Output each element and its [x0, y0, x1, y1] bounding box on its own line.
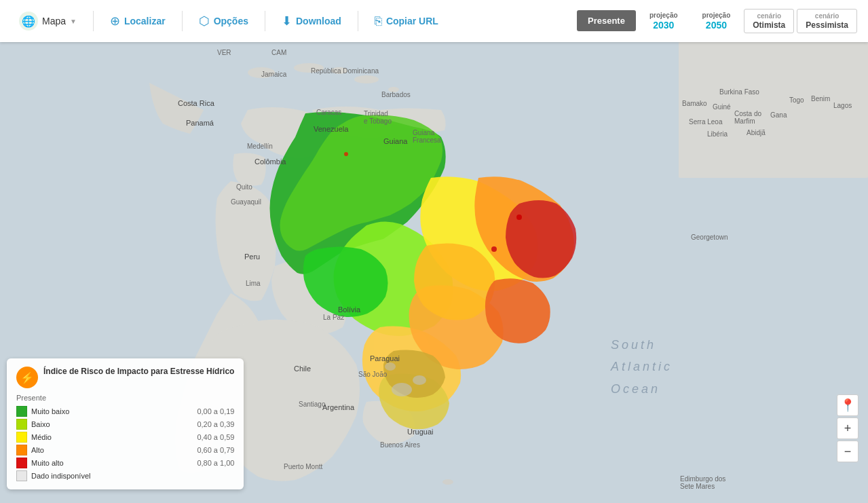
zoom-in-button[interactable]: + [837, 417, 858, 439]
zoom-out-button[interactable]: − [837, 441, 858, 462]
download-label: Download [296, 16, 341, 26]
legend-item-muito-baixo: Muito baixo 0,00 a 0,19 [16, 406, 234, 417]
legend-range-medio: 0,40 a 0,59 [197, 433, 234, 441]
legend-label-alto: Alto [31, 446, 193, 454]
legend-label-medio: Médio [31, 433, 193, 441]
svg-rect-1 [679, 42, 868, 178]
svg-point-3 [331, 67, 347, 74]
legend-color-medio [16, 432, 27, 443]
copiar-url-button[interactable]: ⎘ Copiar URL [366, 9, 447, 34]
svg-point-7 [392, 383, 412, 396]
legend-range-baixo: 0,20 a 0,39 [197, 420, 234, 428]
legend-color-no-data [16, 470, 27, 481]
legend-label-muito-baixo: Muito baixo [31, 407, 193, 415]
svg-point-13 [442, 479, 453, 485]
globe-icon: 🌐 [19, 12, 38, 31]
copiar-icon: ⎘ [375, 14, 382, 29]
cenario-label-2: cenário [815, 12, 839, 20]
legend-range-muito-baixo: 0,00 a 0,19 [197, 407, 234, 415]
legend-color-baixo [16, 419, 27, 430]
mapa-button[interactable]: 🌐 Mapa ▼ [11, 6, 85, 36]
proj-2050-button[interactable]: projeção 2050 [692, 6, 742, 37]
legend-item-muito-alto: Muito alto 0,80 a 1,00 [16, 458, 234, 468]
toolbar-left: 🌐 Mapa ▼ ⊕ Localizar ⬡ Opções ⬇ Download… [11, 6, 577, 36]
pessimista-label: Pessimista [806, 20, 848, 30]
proj-2050-prefix: projeção [702, 12, 731, 20]
download-button[interactable]: ⬇ Download [273, 8, 350, 34]
legend-label-no-data: Dado indisponível [31, 472, 234, 480]
otimista-button[interactable]: cenário Otimista [744, 9, 794, 33]
toolbar-right: Presente projeção 2030 projeção 2050 cen… [577, 6, 857, 37]
svg-point-10 [516, 215, 522, 220]
svg-point-12 [491, 246, 497, 252]
localizar-button[interactable]: ⊕ Localizar [102, 8, 174, 34]
separator-3 [265, 11, 265, 31]
cenario-label: cenário [757, 12, 781, 20]
legend-title: Índice de Risco de Impacto para Estresse… [43, 367, 234, 377]
opcoes-label: Opções [214, 16, 248, 26]
legend-subtitle: Presente [16, 394, 234, 402]
legend-icon: ⚡ [16, 367, 38, 388]
separator-1 [93, 11, 94, 31]
legend-label-baixo: Baixo [31, 420, 193, 428]
toolbar: 🌐 Mapa ▼ ⊕ Localizar ⬡ Opções ⬇ Download… [0, 0, 868, 42]
legend: ⚡ Índice de Risco de Impacto para Estres… [7, 358, 244, 489]
legend-label-muito-alto: Muito alto [31, 459, 193, 467]
proj-2030-prefix: projeção [649, 12, 678, 20]
locate-button[interactable]: 📍 [837, 394, 858, 416]
svg-point-2 [354, 75, 379, 83]
svg-point-9 [385, 362, 396, 371]
download-icon: ⬇ [282, 14, 292, 29]
localizar-label: Localizar [124, 16, 166, 26]
legend-color-alto [16, 445, 27, 455]
opcoes-icon: ⬡ [199, 14, 210, 29]
svg-point-6 [248, 67, 275, 78]
presente-label: Presente [588, 16, 625, 26]
svg-point-4 [388, 87, 399, 92]
svg-point-8 [413, 375, 426, 385]
map-controls: 📍 + − [837, 394, 858, 462]
otimista-label: Otimista [753, 20, 785, 30]
chevron-down-icon: ▼ [70, 18, 77, 25]
svg-point-5 [294, 63, 324, 73]
mapa-label: Mapa [42, 16, 66, 26]
proj-2050-year: 2050 [706, 20, 727, 31]
legend-color-muito-alto [16, 458, 27, 468]
svg-point-11 [344, 152, 348, 156]
opcoes-button[interactable]: ⬡ Opções [191, 8, 257, 34]
proj-2030-year: 2030 [653, 20, 674, 31]
legend-item-medio: Médio 0,40 a 0,59 [16, 432, 234, 443]
proj-2030-button[interactable]: projeção 2030 [639, 6, 689, 37]
pessimista-button[interactable]: cenário Pessimista [797, 9, 857, 33]
legend-title-text: Índice de Risco de Impacto para Estresse… [43, 367, 234, 377]
localizar-icon: ⊕ [110, 14, 120, 29]
copiar-url-label: Copiar URL [386, 16, 438, 26]
presente-button[interactable]: Presente [577, 10, 636, 31]
legend-header: ⚡ Índice de Risco de Impacto para Estres… [16, 367, 234, 388]
separator-2 [182, 11, 183, 31]
separator-4 [358, 11, 358, 31]
legend-item-alto: Alto 0,60 a 0,79 [16, 445, 234, 455]
legend-color-muito-baixo [16, 406, 27, 417]
legend-range-alto: 0,60 a 0,79 [197, 446, 234, 454]
map[interactable]: SouthAtlanticOcean VER CAM República Dom… [0, 42, 868, 503]
legend-item-no-data: Dado indisponível [16, 470, 234, 481]
legend-item-baixo: Baixo 0,20 a 0,39 [16, 419, 234, 430]
legend-range-muito-alto: 0,80 a 1,00 [197, 459, 234, 467]
